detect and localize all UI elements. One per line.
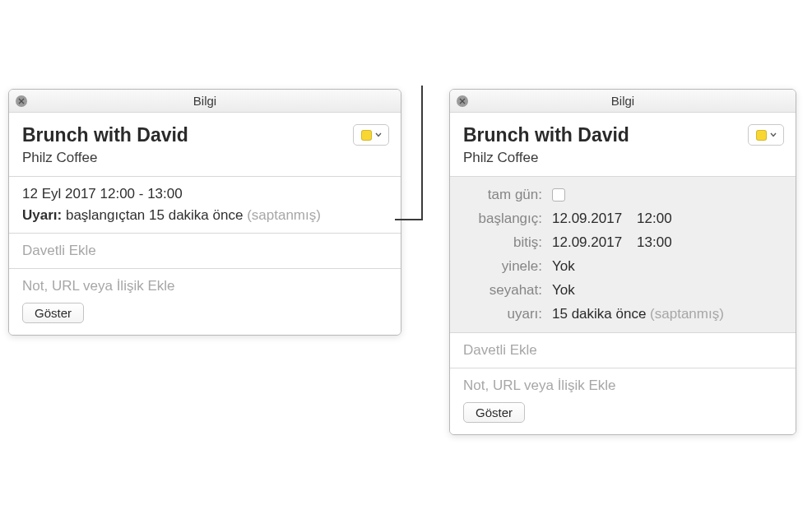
add-notes-placeholder[interactable]: Not, URL veya İlişik Ekle <box>22 278 387 294</box>
alert-default-note: (saptanmış) <box>650 306 724 322</box>
event-info-window-expanded: Bilgi Brunch with David Philz Coffee tam… <box>449 89 796 435</box>
add-invitees-placeholder[interactable]: Davetli Ekle <box>463 342 782 359</box>
titlebar: Bilgi <box>450 90 796 113</box>
alert-value[interactable]: 15 dakika önce (saptanmış) <box>552 306 724 322</box>
callout-line-vertical <box>421 86 423 220</box>
invitees-section[interactable]: Davetli Ekle <box>450 333 796 368</box>
alert-label: uyarı: <box>463 306 552 322</box>
close-icon <box>459 98 466 104</box>
allday-checkbox[interactable] <box>552 188 565 202</box>
close-button[interactable] <box>16 95 27 107</box>
show-button[interactable]: Göster <box>463 402 525 423</box>
invitees-section[interactable]: Davetli Ekle <box>9 234 401 269</box>
event-header: Brunch with David Philz Coffee <box>9 113 401 177</box>
start-value[interactable]: 12.09.201712:00 <box>552 211 672 227</box>
event-location[interactable]: Philz Coffee <box>463 150 782 166</box>
close-icon <box>18 98 25 104</box>
alert-text: 15 dakika önce <box>552 306 646 322</box>
add-invitees-placeholder[interactable]: Davetli Ekle <box>22 243 387 259</box>
notes-section: Not, URL veya İlişik Ekle Göster <box>450 368 796 434</box>
datetime-summary[interactable]: 12 Eyl 2017 12:00 - 13:00 <box>22 186 387 202</box>
window-title: Bilgi <box>193 94 216 108</box>
repeat-value[interactable]: Yok <box>552 258 575 275</box>
allday-label: tam gün: <box>463 187 552 203</box>
start-row: başlangıç: 12.09.201712:00 <box>463 211 782 227</box>
event-details-grid: tam gün: başlangıç: 12.09.201712:00 biti… <box>450 177 796 333</box>
start-date[interactable]: 12.09.2017 <box>552 211 622 226</box>
end-label: bitiş: <box>463 234 552 251</box>
close-button[interactable] <box>457 95 468 107</box>
datetime-alert-section[interactable]: 12 Eyl 2017 12:00 - 13:00 Uyarı: başlang… <box>9 177 401 234</box>
start-time[interactable]: 12:00 <box>637 211 672 226</box>
alert-summary[interactable]: Uyarı: başlangıçtan 15 dakika önce (sapt… <box>22 207 387 224</box>
end-value[interactable]: 12.09.201713:00 <box>552 234 672 251</box>
start-label: başlangıç: <box>463 211 552 227</box>
notes-section: Not, URL veya İlişik Ekle Göster <box>9 269 401 335</box>
event-title[interactable]: Brunch with David <box>463 124 782 146</box>
allday-row: tam gün: <box>463 187 782 203</box>
event-header: Brunch with David Philz Coffee <box>450 113 796 177</box>
chevron-down-icon <box>770 132 777 137</box>
event-title[interactable]: Brunch with David <box>22 124 387 146</box>
end-date[interactable]: 12.09.2017 <box>552 234 622 250</box>
event-location[interactable]: Philz Coffee <box>22 150 387 166</box>
end-time[interactable]: 13:00 <box>637 234 672 250</box>
alert-value: başlangıçtan 15 dakika önce <box>66 207 244 223</box>
add-notes-placeholder[interactable]: Not, URL veya İlişik Ekle <box>463 378 782 394</box>
end-row: bitiş: 12.09.201713:00 <box>463 234 782 251</box>
repeat-label: yinele: <box>463 258 552 275</box>
calendar-color-picker[interactable] <box>353 124 389 146</box>
alert-label: Uyarı: <box>22 207 62 223</box>
event-info-window-collapsed: Bilgi Brunch with David Philz Coffee 12 … <box>8 89 401 336</box>
calendar-color-picker[interactable] <box>748 124 784 146</box>
calendar-color-swatch <box>756 130 767 141</box>
titlebar: Bilgi <box>9 90 401 113</box>
window-title: Bilgi <box>611 94 634 108</box>
alert-default-note: (saptanmış) <box>247 207 321 223</box>
travel-row: seyahat: Yok <box>463 282 782 299</box>
chevron-down-icon <box>375 132 382 137</box>
travel-label: seyahat: <box>463 282 552 299</box>
travel-value[interactable]: Yok <box>552 282 575 299</box>
calendar-color-swatch <box>361 130 372 141</box>
repeat-row: yinele: Yok <box>463 258 782 275</box>
show-button[interactable]: Göster <box>22 303 84 323</box>
alert-row: uyarı: 15 dakika önce (saptanmış) <box>463 306 782 322</box>
